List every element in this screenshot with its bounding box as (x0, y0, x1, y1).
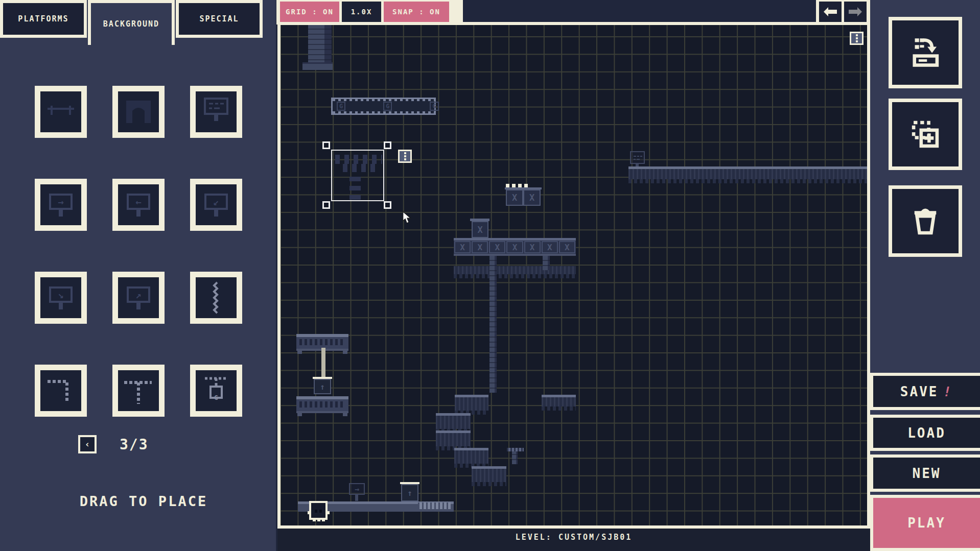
selection-handle-tl[interactable] (322, 141, 330, 149)
x-crate-row[interactable]: X X X X X X X (454, 238, 576, 256)
dirt-platform[interactable] (472, 466, 506, 482)
grid-toggle-button[interactable]: GRID : ON (280, 2, 339, 22)
duplicate-button[interactable] (889, 99, 962, 170)
dirt-platform[interactable] (454, 448, 488, 464)
x-crate[interactable]: X (559, 241, 575, 253)
load-button[interactable]: LOAD (870, 415, 980, 451)
canvas-menu-button[interactable] (850, 32, 864, 45)
sign-post (355, 495, 358, 501)
redo-button[interactable] (844, 2, 867, 22)
send-to-layer-button[interactable] (889, 17, 962, 88)
snap-toggle-button[interactable]: SNAP : ON (384, 2, 449, 22)
launcher-block[interactable]: ↑ (314, 379, 331, 394)
x-crate[interactable]: X (523, 189, 541, 206)
x-crate[interactable]: X (506, 241, 523, 253)
selection-handle-bl[interactable] (322, 201, 330, 209)
selection-menu-button[interactable] (398, 150, 412, 163)
tile-sign-arrow-right[interactable]: → (35, 179, 87, 231)
x-crate[interactable]: X (524, 241, 541, 253)
chain-corner-icon (40, 370, 81, 411)
tab-special[interactable]: SPECIAL (176, 0, 263, 38)
x-crate[interactable]: X (506, 189, 523, 206)
page-indicator: 3/3 (120, 436, 149, 453)
tile-chain-vertical[interactable] (190, 272, 242, 324)
trash-icon (907, 203, 944, 239)
tab-background[interactable]: BACKGROUND (88, 0, 175, 45)
new-button[interactable]: NEW (870, 454, 980, 492)
dirt-platform[interactable] (436, 413, 471, 429)
x-emblem: X (460, 243, 465, 252)
tile-sign-arrow-left[interactable]: ← (112, 179, 165, 231)
selection-handle-br[interactable] (384, 201, 391, 209)
x-crate[interactable]: X (472, 241, 488, 253)
support-leg[interactable] (543, 256, 550, 270)
sprite-eye (319, 510, 322, 513)
x-crate-pair[interactable]: X X (506, 189, 541, 206)
selected-chain-t-object[interactable] (331, 150, 384, 201)
sign-face: ↙ (204, 194, 228, 210)
palette-tabs: PLATFORMS BACKGROUND SPECIAL (0, 0, 276, 45)
tile-sign-arrow-down-left[interactable]: ↙ (190, 179, 242, 231)
sign-post (59, 210, 63, 217)
text-sign[interactable] (630, 151, 645, 164)
chain-lantern-icon (196, 370, 237, 411)
delete-button[interactable] (889, 185, 962, 257)
arrow-up-icon: ↑ (320, 382, 325, 392)
tile-sign-arrow-up-right[interactable]: ↗ (112, 272, 165, 324)
sign-text-rows (633, 154, 643, 161)
stud-platform[interactable] (507, 448, 524, 451)
dirt-platform[interactable] (542, 395, 576, 406)
page-prev-button[interactable]: ‹ (78, 435, 97, 453)
hanging-pillar[interactable] (308, 25, 332, 64)
level-label: LEVEL: CUSTOM/SJB01 (516, 533, 633, 542)
sign-post (136, 210, 141, 217)
duplicate-icon (907, 116, 944, 153)
selection-handle-tr[interactable] (384, 141, 391, 149)
x-crate-single[interactable]: X (472, 221, 488, 238)
canvas-toolbar: GRID : ON 1.0X SNAP : ON (276, 0, 870, 22)
save-label: SAVE (900, 384, 939, 399)
g-emblem: G (337, 102, 345, 111)
tile-chain-corner[interactable] (35, 365, 87, 417)
x-emblem: X (565, 243, 570, 252)
tile-chain-t[interactable] (112, 365, 165, 417)
x-crate[interactable]: X (489, 241, 505, 253)
arrow-right-sign[interactable]: → (349, 483, 365, 495)
arrow-down-left-icon: ↙ (213, 196, 219, 207)
dirt-platform[interactable] (436, 430, 471, 446)
send-to-layer-icon (907, 34, 944, 71)
tile-chain-lantern[interactable]: G (190, 365, 242, 417)
toolbar-left-group: GRID : ON 1.0X SNAP : ON (276, 0, 463, 25)
save-button[interactable]: SAVE! (870, 373, 980, 410)
launcher-block[interactable]: ↑ (401, 484, 418, 501)
piston-pole[interactable] (321, 348, 325, 378)
support-pillar[interactable] (489, 256, 497, 393)
dirt-platform[interactable] (455, 395, 488, 411)
zoom-level-button[interactable]: 1.0X (342, 2, 381, 22)
pillar-base[interactable] (302, 62, 333, 70)
undo-button[interactable] (819, 2, 842, 22)
x-emblem: X (477, 243, 482, 252)
arrow-up-right-icon: ↗ (135, 289, 141, 300)
player-spawn-sprite[interactable] (309, 501, 328, 520)
tile-sign-text[interactable] (190, 86, 242, 138)
undo-arrow-icon (824, 7, 837, 16)
palette-panel: PLATFORMS BACKGROUND SPECIAL (0, 0, 276, 551)
sign-text-icon (196, 91, 237, 132)
tile-sign-arrow-down-right[interactable]: ↘ (35, 272, 87, 324)
canvas-frame: G G G (277, 22, 870, 529)
play-button[interactable]: PLAY (870, 495, 980, 551)
g-emblem: G (430, 102, 438, 111)
palette-pager: ‹ 3/3 (78, 435, 149, 453)
x-crate[interactable]: X (454, 241, 471, 253)
tile-archway[interactable] (112, 86, 165, 138)
level-canvas[interactable]: G G G (281, 25, 867, 525)
tab-platforms[interactable]: PLATFORMS (0, 0, 87, 38)
girder-platform-bottom[interactable] (296, 396, 348, 413)
bottom-ground-bright-segment[interactable] (418, 502, 451, 509)
x-crate[interactable]: X (542, 241, 558, 253)
g-platform[interactable]: G G G (331, 98, 436, 115)
tile-bench[interactable] (35, 86, 87, 138)
g-emblem: G (383, 102, 392, 111)
sign-post (214, 210, 218, 217)
